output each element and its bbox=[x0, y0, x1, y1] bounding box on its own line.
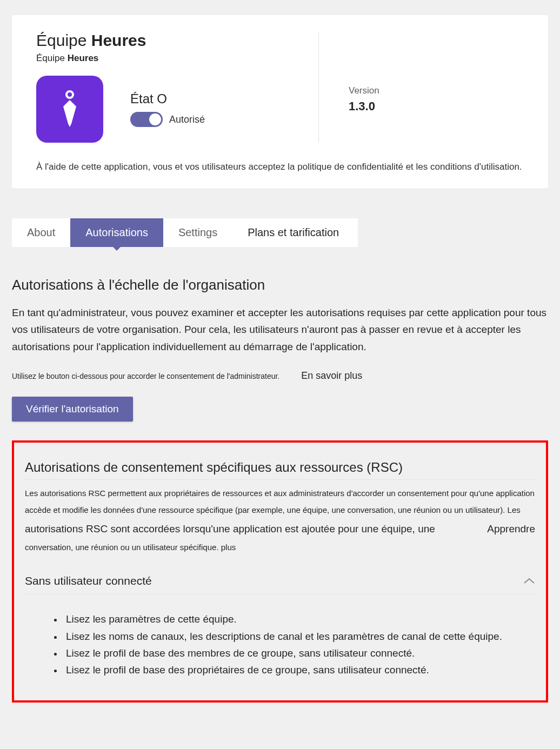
org-section-text: En tant qu'administrateur, vous pouvez e… bbox=[12, 304, 548, 355]
tab-settings[interactable]: Settings bbox=[163, 218, 232, 247]
tab-plans[interactable]: Plans et tarification bbox=[232, 218, 354, 247]
list-item: Lisez le profil de base des membres de c… bbox=[63, 645, 535, 661]
status-toggle[interactable] bbox=[130, 112, 163, 127]
app-title-bold: Heures bbox=[91, 31, 146, 49]
disclaimer-text: À l'aide de cette application, vous et v… bbox=[36, 162, 524, 172]
verify-permission-button[interactable]: Vérifier l'autorisation bbox=[12, 397, 133, 422]
tie-icon bbox=[57, 90, 83, 128]
app-title-prefix: Équipe bbox=[36, 31, 91, 49]
rsc-title: Autorisations de consentement spécifique… bbox=[25, 460, 535, 480]
version-value: 1.3.0 bbox=[349, 99, 524, 113]
app-header-card: Équipe Heures Équipe Heures État O bbox=[12, 15, 548, 189]
svg-point-0 bbox=[66, 91, 73, 98]
list-item: Lisez les noms de canaux, les descriptio… bbox=[63, 628, 535, 645]
rsc-desc-big: autorisations RSC sont accordées lorsqu'… bbox=[25, 523, 435, 534]
rsc-permission-list: Lisez les paramètres de cette équipe. Li… bbox=[25, 611, 535, 678]
rsc-section: Autorisations de consentement spécifique… bbox=[12, 440, 548, 703]
rsc-desc-part2: conversation, une réunion ou un utilisat… bbox=[25, 543, 236, 552]
rsc-desc-part1: Les autorisations RSC permettent aux pro… bbox=[25, 489, 535, 514]
state-label: État O bbox=[130, 91, 205, 106]
chevron-up-icon bbox=[523, 577, 535, 585]
org-learn-more-link[interactable]: En savoir plus bbox=[301, 370, 362, 382]
app-subtitle-prefix: Équipe bbox=[36, 53, 68, 63]
status-toggle-label: Autorisé bbox=[169, 114, 205, 125]
rsc-description: Les autorisations RSC permettent aux pro… bbox=[25, 485, 535, 556]
rsc-learn-link[interactable]: Apprendre bbox=[487, 519, 535, 540]
version-label: Version bbox=[349, 85, 524, 96]
tab-bar: About Autorisations Settings Plans et ta… bbox=[12, 218, 358, 247]
app-subtitle-bold: Heures bbox=[68, 53, 99, 63]
tab-autorisations[interactable]: Autorisations bbox=[70, 218, 163, 247]
org-hint: Utilisez le bouton ci-dessous pour accor… bbox=[12, 372, 279, 380]
list-item: Lisez les paramètres de cette équipe. bbox=[63, 611, 535, 627]
org-section-title: Autorisations à l'échelle de l'organisat… bbox=[12, 277, 548, 293]
app-subtitle: Équipe Heures bbox=[36, 53, 302, 64]
rsc-collapse-header[interactable]: Sans utilisateur connecté bbox=[25, 556, 535, 594]
rsc-collapse-title: Sans utilisateur connecté bbox=[25, 574, 152, 587]
app-title: Équipe Heures bbox=[36, 31, 302, 50]
org-permissions-section: Autorisations à l'échelle de l'organisat… bbox=[0, 247, 560, 422]
app-icon bbox=[36, 76, 103, 143]
tab-about[interactable]: About bbox=[12, 218, 70, 247]
list-item: Lisez le profil de base des propriétaire… bbox=[63, 661, 535, 678]
